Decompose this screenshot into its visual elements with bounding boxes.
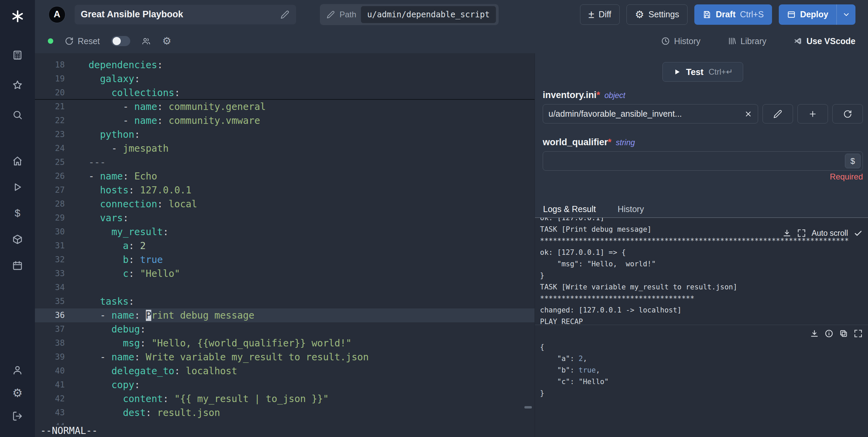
use-vscode-button[interactable]: Use VScode xyxy=(793,36,855,46)
draft-shortcut: Ctrl+S xyxy=(740,10,764,19)
result-line: } xyxy=(540,387,863,399)
world-qualifier-input-wrap: $ xyxy=(543,151,863,171)
line-number: 39 xyxy=(35,350,65,364)
sidebar-item-favorites[interactable] xyxy=(9,77,26,92)
edit-title-pencil-icon[interactable] xyxy=(281,10,289,19)
code-line-19[interactable]: 19 galaxy: xyxy=(35,72,535,86)
history-label: History xyxy=(674,36,700,46)
sidebar-item-settings[interactable]: ⚙ xyxy=(9,385,26,400)
sidebar-item-logo[interactable] xyxy=(9,9,26,24)
code-line-31[interactable]: 31 a: 2 xyxy=(35,239,535,253)
sidebar-item-search[interactable] xyxy=(9,107,26,122)
diff-button[interactable]: ± Diff xyxy=(580,4,620,25)
sidebar-item-logout[interactable] xyxy=(9,408,26,423)
result-line: "a": 2, xyxy=(540,353,863,364)
line-content: --- xyxy=(65,155,106,169)
code-line-37[interactable]: 37 debug: xyxy=(35,322,535,336)
sidebar-item-runs[interactable] xyxy=(9,179,26,194)
code-line-23[interactable]: 23 python: xyxy=(35,128,535,141)
script-title-input[interactable]: Great Ansible Playbook xyxy=(75,5,296,24)
settings-button[interactable]: ⚙ Settings xyxy=(626,4,688,25)
library-button[interactable]: Library xyxy=(728,36,766,46)
copy-icon[interactable] xyxy=(839,329,848,338)
sidebar-item-variables[interactable]: $ xyxy=(9,206,26,221)
download-icon[interactable] xyxy=(783,229,791,238)
log-line: } xyxy=(540,270,863,281)
code-line-25[interactable]: 25--- xyxy=(35,155,535,169)
code-line-33[interactable]: 33 c: "Hello" xyxy=(35,267,535,281)
dollar-icon: $ xyxy=(15,208,20,218)
inventory-input[interactable] xyxy=(543,104,758,123)
code-line-32[interactable]: 32 b: true xyxy=(35,253,535,267)
line-content: debug: xyxy=(65,322,146,336)
info-icon[interactable] xyxy=(825,329,833,338)
sidebar-item-home[interactable] xyxy=(9,153,26,168)
code-line-36[interactable]: 36 - name: Print debug message xyxy=(35,308,535,322)
code-line-43[interactable]: 43 dest: result.json xyxy=(35,406,535,420)
deploy-more-button[interactable] xyxy=(836,4,855,25)
diff-toggle[interactable] xyxy=(111,36,130,46)
result-line: "c": "Hello" xyxy=(540,376,863,387)
required-error: Required xyxy=(543,172,863,182)
path-chip[interactable]: Path u/admin/dependable_script xyxy=(320,4,499,25)
code-line-27[interactable]: 27 hosts: 127.0.0.1 xyxy=(35,183,535,197)
test-button[interactable]: Test Ctrl+↵ xyxy=(662,62,744,82)
code-line-18[interactable]: 18dependencies: xyxy=(35,58,535,72)
test-shortcut: Ctrl+↵ xyxy=(709,67,733,77)
code-line-22[interactable]: 22 - name: community.vmware xyxy=(35,114,535,128)
code-line-21[interactable]: 21 - name: community.general xyxy=(35,100,535,114)
tab-logs-result[interactable]: Logs & Result xyxy=(543,204,596,214)
collaborators-button[interactable] xyxy=(142,37,151,45)
code-line-38[interactable]: 38 msg: "Hello, {{world_qualifier}} worl… xyxy=(35,336,535,350)
line-content: msg: "Hello, {{world_qualifier}} world!" xyxy=(65,336,351,350)
edit-resource-button[interactable] xyxy=(763,104,793,124)
deploy-button[interactable]: Deploy xyxy=(779,4,836,25)
sidebar-item-calculator[interactable] xyxy=(9,48,26,62)
refresh-resource-button[interactable] xyxy=(832,104,863,124)
pencil-icon xyxy=(773,110,782,118)
code-editor[interactable]: 18dependencies:19 galaxy:20 collections:… xyxy=(35,53,535,437)
expand-icon[interactable] xyxy=(854,329,863,338)
expand-icon[interactable] xyxy=(797,229,806,238)
avatar[interactable]: A xyxy=(49,6,65,23)
checkmark-icon[interactable] xyxy=(854,229,863,238)
settings-label: Settings xyxy=(649,10,679,19)
app: $ ⚙ A Great Ansible Playbo xyxy=(0,0,868,437)
line-content: python: xyxy=(65,128,140,141)
code-line-42[interactable]: 42 content: "{{ my_result | to_json }}" xyxy=(35,392,535,406)
history-button[interactable]: History xyxy=(661,36,700,46)
code-line-35[interactable]: 35 tasks: xyxy=(35,294,535,308)
result-lines: { "a": 2, "b": true, "c": "Hello"} xyxy=(540,341,863,399)
code-line-20[interactable]: 20 collections: xyxy=(35,86,535,100)
sidebar-item-resources[interactable] xyxy=(9,232,26,247)
line-number: 38 xyxy=(35,336,65,350)
code-line-34[interactable]: 34 xyxy=(35,281,535,294)
download-icon[interactable] xyxy=(810,329,819,338)
code-line-39[interactable]: 39 - name: Write variable my_result to r… xyxy=(35,350,535,364)
vim-mode-indicator: --NORMAL-- xyxy=(40,425,100,436)
draft-button[interactable]: Draft Ctrl+S xyxy=(694,4,772,25)
add-resource-button[interactable] xyxy=(797,104,828,124)
dollar-icon: $ xyxy=(850,156,855,166)
log-line: ************************************ xyxy=(540,293,863,304)
overview-ruler-mark[interactable] xyxy=(524,406,532,408)
world-qualifier-input[interactable] xyxy=(543,152,863,170)
editor-settings-button[interactable]: ⚙ xyxy=(162,36,171,46)
line-number: 18 xyxy=(35,58,65,72)
code-line-28[interactable]: 28 connection: local xyxy=(35,197,535,211)
clear-button[interactable] xyxy=(744,104,752,123)
code-line-41[interactable]: 41 copy: xyxy=(35,378,535,392)
code-line-44[interactable]: 44 xyxy=(35,420,535,434)
sidebar-item-schedules[interactable] xyxy=(9,258,26,273)
code-line-26[interactable]: 26- name: Echo xyxy=(35,169,535,183)
variable-picker-button[interactable]: $ xyxy=(845,154,861,168)
code-line-29[interactable]: 29 vars: xyxy=(35,211,535,225)
sidebar-item-account[interactable] xyxy=(9,362,26,377)
tab-history[interactable]: History xyxy=(618,204,644,214)
code-line-24[interactable]: 24 - jmespath xyxy=(35,141,535,155)
reset-button[interactable]: Reset xyxy=(65,36,100,46)
code-line-30[interactable]: 30 my_result: xyxy=(35,225,535,239)
gear-icon: ⚙ xyxy=(635,10,644,20)
line-number: 30 xyxy=(35,225,65,239)
code-line-40[interactable]: 40 delegate_to: localhost xyxy=(35,364,535,378)
